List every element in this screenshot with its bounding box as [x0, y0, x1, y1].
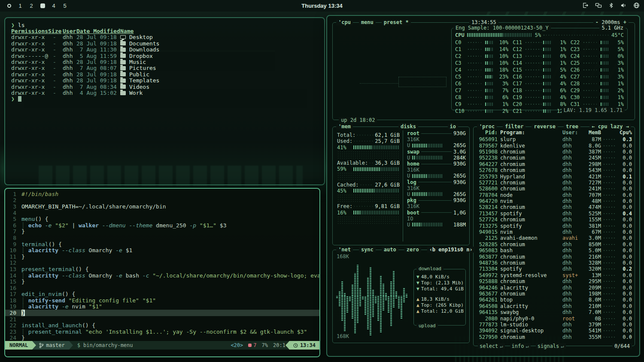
process-row[interactable]: 2080napi/phy0-0root0B0.0: [477, 315, 632, 321]
chip-disks[interactable]: disks: [398, 124, 418, 130]
statusline-clock: 13:34: [289, 341, 319, 350]
editor-window[interactable]: 1#!/bin/bash23OMARCHY_BIN_PATH=~/.local/…: [4, 188, 320, 357]
workspace-2[interactable]: 2: [27, 1, 36, 11]
cpu-core-row: C86%: [455, 94, 508, 101]
process-row[interactable]: 2125avahi-daemonavahi3.0M0.0: [477, 235, 632, 241]
process-row[interactable]: 528285chromiumdhh850M0.0: [477, 241, 632, 247]
chip-zero[interactable]: zero: [404, 247, 421, 253]
chip-proc[interactable]: 'proc: [477, 124, 497, 130]
cpu-core-row: C253%: [571, 60, 624, 66]
process-row[interactable]: 713457spotifydhh525M0.4: [477, 211, 632, 217]
process-row[interactable]: 528214chromiumdhh474M0.0: [477, 204, 632, 210]
workspace-square[interactable]: [38, 1, 47, 11]
powerline-separator: [286, 341, 289, 350]
net-graph-bar: [380, 275, 382, 296]
process-row[interactable]: 963877chromiumdhh216M0.0: [477, 253, 632, 259]
process-row[interactable]: 948736chromiumdhh328M0.0: [477, 260, 632, 266]
disk-row: swap3.0G: [407, 149, 466, 155]
net-graph-bar: [354, 273, 356, 296]
process-row[interactable]: 965091slurpdhh87M0.3: [477, 136, 632, 142]
download-title: download: [416, 266, 444, 272]
process-row[interactable]: 528600chromiumdhh241M0.0: [477, 186, 632, 192]
process-row[interactable]: 965083bashdhh5.0M0.0: [477, 247, 632, 253]
workspace-5[interactable]: 5: [60, 1, 70, 11]
process-row[interactable]: 527724chromiumdhh155M0.0: [477, 217, 632, 223]
cpu-core-row: C2112%: [513, 108, 566, 115]
process-row[interactable]: 964246alacrittydhh209M0.0: [477, 284, 632, 290]
process-row[interactable]: 949015nvimdhh67M0.0: [477, 229, 632, 235]
process-row[interactable]: 964508alacrittydhh210M0.0: [477, 303, 632, 309]
net-graph-bar: [339, 296, 340, 306]
chip-b-enp191s0-n[interactable]: ‹b enp191s0 n›: [427, 247, 475, 253]
process-row[interactable]: 527721chromiumdhh727M0.0: [477, 180, 632, 186]
load-average: LAV: 1.19 1.65 1.71: [562, 107, 625, 113]
chip-reverse[interactable]: reverse: [532, 124, 558, 130]
process-row[interactable]: 549972systemd-resolvesyst+13M0.0: [477, 272, 632, 278]
chip-cpu[interactable]: 'cpu: [336, 19, 353, 25]
cpu-history-graph: [337, 37, 447, 105]
chip-preset[interactable]: preset *: [382, 19, 411, 25]
line-number: 22: [5, 322, 16, 329]
process-row[interactable]: 527678chromiumdhh543M0.0: [477, 167, 632, 173]
net-graph-bar: [359, 288, 361, 296]
chip-mem[interactable]: 'mem: [336, 124, 353, 130]
process-row[interactable]: 777873lm-studiodhh379M0.0: [477, 322, 632, 328]
volume-icon[interactable]: [620, 2, 627, 10]
cpu-core-row: C281%: [571, 80, 624, 87]
process-row[interactable]: 951908chromiumdhh387M0.0: [477, 149, 632, 155]
workspace-circle[interactable]: [4, 1, 14, 11]
editor-line: 9terminal() {: [5, 241, 319, 247]
chip-cpu-lazy[interactable]: ← cpu lazy →: [589, 124, 631, 130]
process-row[interactable]: 879567kdenlivedhh8.0G0.0: [477, 142, 632, 148]
editor-line: 5menu() {: [5, 216, 319, 222]
editor-line: 12: [5, 260, 319, 266]
terminal-window[interactable]: ❯ ls Permissions Size User Date Modified…: [4, 17, 325, 185]
process-row[interactable]: 778704nodedhh707M0.0: [477, 192, 632, 198]
btop-window[interactable]: 'cpumenupreset * 13:34:55 - 2000ms + Eng…: [326, 15, 640, 357]
process-row[interactable]: 713275spotifydhh381M0.0: [477, 223, 632, 229]
proc-info-button[interactable]: info↵: [510, 343, 531, 349]
chip-filter[interactable]: filter: [503, 124, 526, 130]
net-graph-bar: [385, 293, 387, 296]
process-row[interactable]: 952238chromiumdhh245M0.0: [477, 155, 632, 161]
workspace-4[interactable]: 4: [49, 1, 58, 11]
mem-stat: Cached:27,6 GiB45%: [337, 181, 400, 202]
line-number: 15: [5, 278, 16, 285]
proc-signals-button[interactable]: signals↵: [536, 343, 566, 349]
logout-icon[interactable]: [582, 2, 589, 10]
process-row[interactable]: 394092signal-desktopdhh541M0.0: [477, 328, 632, 334]
chip-tree[interactable]: tree: [564, 124, 580, 130]
interval-decrease-button[interactable]: -: [595, 19, 598, 25]
editor-buffer[interactable]: 1#!/bin/bash23OMARCHY_BIN_PATH=~/.local/…: [5, 189, 319, 341]
process-row[interactable]: 963677chromiumdhh198M0.0: [477, 291, 632, 297]
cpu-core-panel: Eng Sample: 100-000001243-50_Y 5.1 GHz C…: [451, 28, 628, 110]
editor-line: 2: [5, 197, 319, 204]
process-row[interactable]: 255793Hyprlanddhh421M0.1: [477, 173, 632, 179]
chip-menu[interactable]: menu: [359, 19, 376, 25]
process-row[interactable]: 713304spotifydhh320M0.2: [477, 266, 632, 272]
globe-icon[interactable]: [633, 2, 640, 10]
line-number: 2: [5, 197, 16, 203]
chip-auto[interactable]: auto: [382, 247, 398, 253]
process-row[interactable]: 964227chromiumdhh298M0.0: [477, 161, 632, 167]
disk-row: IO: [407, 216, 466, 222]
shell-prompt: ❯: [11, 96, 15, 102]
disk-row: log930G: [407, 179, 466, 185]
net-graph-bar: [395, 296, 397, 299]
chip-net[interactable]: 'net: [336, 247, 353, 253]
proc-select-button[interactable]: select↵: [478, 343, 505, 349]
process-row[interactable]: 527950chromiumdhh355M0.0: [477, 334, 632, 340]
network-icon[interactable]: [595, 2, 602, 10]
interval-increase-button[interactable]: +: [623, 19, 626, 25]
process-row[interactable]: 925888chromiumdhh295M0.0: [477, 278, 632, 284]
chip-sync[interactable]: sync: [359, 247, 376, 253]
folder-icon: [120, 60, 126, 64]
workspace-1[interactable]: 1: [15, 1, 25, 11]
process-row[interactable]: 964135swaybgdhh7.0M0.0: [477, 309, 632, 315]
process-row[interactable]: 964720nvimdhh48M0.0: [477, 198, 632, 204]
process-row[interactable]: 964261btopdhh8.0M0.0: [477, 297, 632, 303]
net-graph-bar: [383, 284, 384, 296]
net-graph-bar: [336, 296, 338, 298]
bluetooth-icon[interactable]: [608, 2, 614, 10]
chip-io[interactable]: io: [448, 124, 458, 130]
